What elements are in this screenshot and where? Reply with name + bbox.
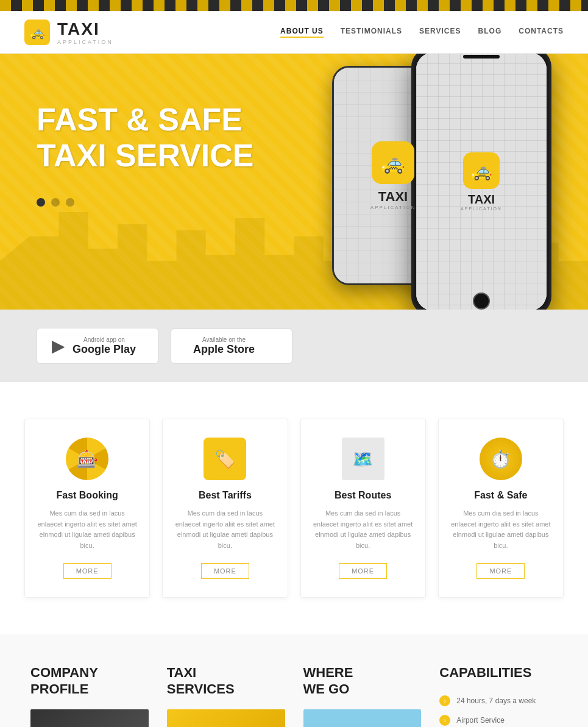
apple-store-line2: Apple Store — [193, 343, 255, 356]
google-play-text: Android app on Google Play — [73, 336, 136, 356]
app-store-section: ▶ Android app on Google Play Available o… — [0, 310, 588, 382]
logo-icon: 🚕 — [24, 20, 50, 45]
google-play-button[interactable]: ▶ Android app on Google Play — [37, 328, 158, 364]
feature-booking-more[interactable]: MORE — [63, 563, 112, 579]
feature-tariffs-title: Best Tariffs — [175, 490, 275, 501]
nav-blog[interactable]: BLOG — [478, 27, 502, 38]
company-profile-image: 🚕 TAXI — [30, 709, 149, 727]
logo-subtitle: APPLICATION — [57, 39, 113, 45]
feature-tariffs-more[interactable]: MORE — [201, 563, 249, 579]
phone-home-button — [473, 293, 490, 310]
feature-routes-desc: Mes cum dia sed in lacus enlaecet ingert… — [313, 508, 413, 551]
logo[interactable]: 🚕 TAXI APPLICATION — [24, 20, 113, 45]
front-phone-app-icon: 🚕 — [463, 152, 500, 189]
hero-section: FAST & SAFE TAXI SERVICE 🚕 TAXI APPLICAT… — [0, 54, 588, 310]
cap-arrow-1: › — [439, 695, 450, 706]
nav-contacts[interactable]: CONTACTS — [519, 27, 564, 38]
phone-notch — [463, 55, 500, 59]
where-we-go-image: 🚕 — [303, 709, 422, 727]
capabilities-title: CAPABILITIES — [439, 665, 558, 681]
cap-item-1: › 24 hours, 7 days a week — [439, 695, 558, 706]
taxi-services-title: TAXISERVICES — [167, 665, 285, 697]
google-play-icon: ▶ — [52, 336, 65, 356]
hero-title1: FAST & SAFE — [37, 102, 551, 137]
feature-routes-title: Best Routes — [313, 490, 413, 501]
nav-about[interactable]: ABOUT US — [280, 27, 324, 38]
info-col-company: COMPANYPROFILE 🚕 TAXI Quisque gravida fe… — [30, 665, 149, 727]
apple-store-button[interactable]: Available on the Apple Store — [171, 328, 292, 364]
google-play-line2: Google Play — [73, 343, 136, 356]
info-col-services: TAXISERVICES 🚖 🚕 🚗 Quisque gravida felis… — [167, 665, 285, 727]
checker-bar — [0, 0, 588, 11]
feature-safe-desc: Mes cum dia sed in lacus enlaecet ingert… — [451, 508, 551, 551]
feature-safe-icon: ⏱️ — [480, 438, 522, 480]
google-play-line1: Android app on — [73, 336, 136, 343]
feature-booking-icon: 🎰 — [66, 438, 108, 480]
nav-testimonials[interactable]: TESTIMONIALS — [341, 27, 402, 38]
feature-card-tariffs: 🏷️ Best Tariffs Mes cum dia sed in lacus… — [162, 419, 288, 598]
dot-2[interactable] — [51, 198, 60, 207]
dot-3[interactable] — [66, 198, 74, 207]
info-section: COMPANYPROFILE 🚕 TAXI Quisque gravida fe… — [0, 634, 588, 727]
info-col-where: WHEREWE GO 🚕 Quisque gravida felis eu ma… — [303, 665, 422, 727]
feature-tariffs-desc: Mes cum dia sed in lacus enlaecet ingert… — [175, 508, 275, 551]
feature-routes-more[interactable]: MORE — [339, 563, 387, 579]
cap-item-2: › Airport Service — [439, 715, 558, 726]
back-phone-app-sub: APPLICATION — [370, 205, 416, 210]
taxi-services-image: 🚖 🚕 🚗 — [167, 709, 285, 727]
front-phone-app-name: TAXI — [461, 193, 502, 207]
capabilities-col: CAPABILITIES › 24 hours, 7 days a week ›… — [439, 665, 558, 727]
feature-card-routes: 🗺️ Best Routes Mes cum dia sed in lacus … — [300, 419, 426, 598]
feature-safe-title: Fast & Safe — [451, 490, 551, 501]
cap-arrow-2: › — [439, 715, 450, 726]
back-phone-app-icon: 🚕 — [372, 141, 414, 184]
cap-text-2: Airport Service — [456, 716, 505, 725]
where-we-go-title: WHEREWE GO — [303, 665, 422, 697]
navbar: 🚕 TAXI APPLICATION ABOUT US TESTIMONIALS… — [0, 11, 588, 54]
dot-1[interactable] — [37, 198, 45, 207]
features-section: 🎰 Fast Booking Mes cum dia sed in lacus … — [0, 382, 588, 634]
apple-store-line1: Available on the — [193, 336, 255, 343]
logo-text: TAXI APPLICATION — [57, 20, 113, 45]
cap-text-1: 24 hours, 7 days a week — [456, 697, 536, 705]
back-phone-app-name: TAXI — [370, 189, 416, 205]
feature-card-booking: 🎰 Fast Booking Mes cum dia sed in lacus … — [24, 419, 150, 598]
front-phone-app-sub: APPLICATION — [461, 207, 502, 211]
feature-card-safe: ⏱️ Fast & Safe Mes cum dia sed in lacus … — [438, 419, 564, 598]
nav-services[interactable]: SERVICES — [419, 27, 461, 38]
feature-booking-desc: Mes cum dia sed in lacus enlaecet ingert… — [37, 508, 137, 551]
nav-links: ABOUT US TESTIMONIALS SERVICES BLOG CONT… — [280, 27, 564, 38]
feature-tariffs-icon: 🏷️ — [204, 438, 246, 480]
apple-store-text: Available on the Apple Store — [193, 336, 255, 356]
company-profile-title: COMPANYPROFILE — [30, 665, 149, 697]
feature-routes-icon: 🗺️ — [342, 438, 384, 480]
feature-safe-more[interactable]: MORE — [476, 563, 525, 579]
feature-booking-title: Fast Booking — [37, 490, 137, 501]
logo-title: TAXI — [57, 20, 113, 39]
